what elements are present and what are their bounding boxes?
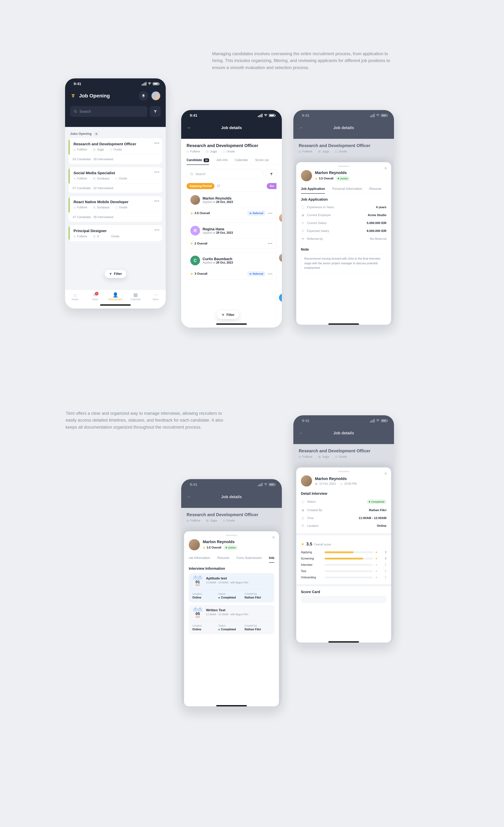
candidate-more-button[interactable]: •••: [268, 241, 273, 246]
nav-more[interactable]: ⋯More: [146, 293, 166, 301]
filter-label: Filter: [226, 313, 235, 317]
app-header: 9:41 ← Job details: [293, 415, 394, 444]
filter-button[interactable]: [150, 106, 161, 117]
candidate-card[interactable]: Marlon Reynolds Applied at 29 Oct, 2023 …: [187, 192, 276, 219]
description-1: Managing candidates involves overseeing …: [212, 50, 392, 71]
wifi-icon: [376, 114, 380, 117]
link-icon: ⇄: [250, 273, 252, 275]
tab-resume[interactable]: Resume: [369, 185, 381, 194]
date-chip: 01Oct: [192, 576, 203, 586]
search-input[interactable]: Search: [70, 106, 147, 117]
search-icon: [190, 173, 193, 176]
job-more-button[interactable]: •••: [154, 228, 160, 232]
stage-chip[interactable]: Applying Period: [187, 183, 214, 189]
interview-card[interactable]: 01Oct Aptitude test 11:00AM - 12:00AM · …: [189, 573, 274, 602]
search-input[interactable]: Search: [187, 169, 263, 179]
notifications-button[interactable]: [139, 91, 148, 100]
pin-icon: ⦿: [206, 150, 209, 153]
section-title: Detail Interview: [301, 491, 387, 496]
page-title: Job details: [293, 126, 394, 130]
nav-inbox[interactable]: 2✉Inbox: [85, 293, 105, 301]
tab-candidate[interactable]: Candidate20: [187, 156, 209, 165]
briefcase-icon: ▢: [335, 455, 337, 458]
sheet-grip[interactable]: [338, 471, 349, 472]
clock-icon: ◴: [187, 519, 189, 522]
briefcase-icon: ▢: [223, 519, 225, 522]
status-bar: 9:41: [181, 110, 282, 121]
tab-scorecard[interactable]: Score car: [255, 156, 269, 165]
tab-job-application[interactable]: Job Application: [301, 185, 325, 194]
app-header: 9:41 ← Job details: [181, 110, 282, 139]
close-button[interactable]: ✕: [384, 471, 387, 476]
wifi-icon: [376, 419, 380, 422]
star-icon: ★: [315, 177, 317, 180]
filter-button[interactable]: [266, 169, 276, 179]
tab-calendar[interactable]: Calendar: [235, 156, 248, 165]
sheet-grip[interactable]: [226, 535, 237, 536]
star-icon: ★: [375, 569, 378, 573]
status-time: 9:41: [302, 113, 309, 117]
nav-calendar[interactable]: ▦Calendar: [125, 293, 146, 301]
job-more-button[interactable]: •••: [154, 199, 160, 203]
section-title: Interview Information: [189, 567, 274, 571]
note-title: Note: [301, 247, 387, 251]
filter-icon: [109, 273, 112, 276]
next-stage-peek[interactable]: Scr: [267, 183, 276, 189]
candidate-avatar: R: [190, 226, 200, 236]
app-logo-icon: [70, 93, 76, 99]
role-title: Research and Development Officer: [187, 512, 276, 517]
job-card[interactable]: Principal Designer ••• ◴Fulltime· ⦿S Ons…: [69, 225, 162, 241]
calendar-icon: ▦: [315, 482, 317, 485]
job-more-button[interactable]: •••: [154, 141, 160, 145]
page-title: Job Opening: [79, 93, 136, 99]
job-card[interactable]: Social Media Specialist ••• ◴Fulltime· ⦿…: [69, 167, 162, 193]
recruitment-icon: 👤: [112, 293, 118, 297]
more-icon: ⋯: [153, 293, 158, 297]
tab-personal-info[interactable]: nal Information: [189, 554, 210, 563]
candidate-name: Marlon Reynolds: [315, 171, 350, 175]
candidate-count-pill: 20: [204, 158, 209, 162]
wifi-icon: [148, 82, 151, 85]
candidate-card[interactable]: C Curtis Baumbach Applied at 29 Oct, 202…: [187, 252, 276, 280]
job-card[interactable]: React Native Mobile Developer ••• ◴Fullt…: [69, 196, 162, 222]
profile-avatar[interactable]: [151, 91, 161, 101]
nav-recruitment[interactable]: 👤Recruitment: [105, 293, 125, 301]
stage-count: 27: [217, 184, 220, 188]
tab-interview[interactable]: Interview: [269, 554, 274, 563]
close-button[interactable]: ✕: [384, 166, 387, 171]
job-list: Jobs Opening 5 Research and Development …: [65, 127, 166, 308]
star-icon: ★: [375, 576, 378, 579]
interview-card[interactable]: 05Oct Written Test 11:00AM - 12:00AM · w…: [189, 605, 274, 634]
home-indicator: [329, 324, 359, 325]
tab-jobinfo[interactable]: Job info: [216, 156, 228, 165]
candidate-more-button[interactable]: •••: [268, 272, 273, 276]
battery-icon: [153, 82, 159, 85]
close-button[interactable]: ✕: [272, 535, 275, 539]
page-title: Job details: [293, 431, 394, 435]
pin-icon: ⦿: [206, 519, 209, 522]
tab-form-submission[interactable]: Form Submission: [237, 554, 262, 563]
candidate-more-button[interactable]: •••: [268, 211, 273, 215]
wifi-icon: [264, 114, 267, 117]
nav-home[interactable]: ⌂Home: [65, 293, 85, 301]
candidate-card[interactable]: R Regina Hane Applied at 29 Oct, 2023 ★2…: [187, 223, 276, 249]
battery-icon: [381, 114, 387, 117]
status-pill: Active: [223, 545, 238, 550]
clock-icon: ◴: [299, 455, 301, 458]
tab-personal-info[interactable]: Personal Information: [332, 185, 362, 194]
screen-job-opening: 9:41 Job Opening: [65, 79, 166, 308]
sheet-grip[interactable]: [338, 166, 349, 167]
pin-icon: ⦿: [318, 150, 321, 153]
status-pill: Active: [336, 176, 350, 181]
signal-icon: [370, 419, 374, 423]
job-more-button[interactable]: •••: [154, 170, 160, 175]
status-bar: 9:41: [293, 110, 394, 121]
pin-icon: ⦿: [93, 206, 96, 209]
filter-pill[interactable]: Filter: [217, 311, 239, 319]
user-icon: ◉: [301, 508, 305, 512]
tab-resume[interactable]: Resume: [217, 554, 230, 563]
date-chip: 05Oct: [192, 608, 203, 618]
filter-pill[interactable]: Filter: [105, 270, 126, 278]
job-card[interactable]: Research and Development Officer ••• ◴Fu…: [69, 138, 162, 164]
bottom-nav: ⌂Home 2✉Inbox 👤Recruitment ▦Calendar ⋯Mo…: [65, 290, 166, 308]
